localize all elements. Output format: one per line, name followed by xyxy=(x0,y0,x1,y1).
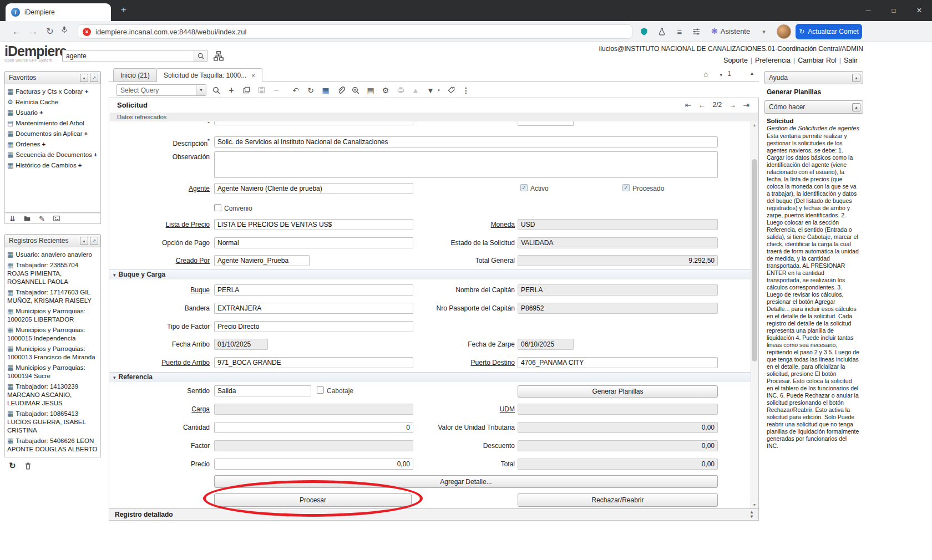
recent-record-item[interactable]: ▦Municipios y Parroquias: 1000194 Sucre xyxy=(7,363,99,381)
more-options-icon[interactable]: ⋮ xyxy=(461,85,471,95)
observacion-textarea[interactable] xyxy=(214,151,718,178)
attachment-icon[interactable] xyxy=(336,85,346,95)
moneda-input[interactable]: USD xyxy=(518,219,718,230)
collapse-tabbox-icon[interactable]: ▴ xyxy=(751,70,753,76)
udm-input[interactable] xyxy=(518,404,718,415)
detail-caret-icon[interactable]: ▾ xyxy=(437,85,441,95)
print-icon[interactable] xyxy=(396,85,406,95)
previous-record-icon[interactable]: ← xyxy=(698,100,706,109)
factor-input[interactable] xyxy=(214,440,413,451)
total-general-input[interactable]: 9.292,50 xyxy=(518,255,718,266)
favorite-item[interactable]: ▤Mantenimiento del Arbol xyxy=(7,118,99,129)
tab-list-caret-icon[interactable]: ▾ xyxy=(720,72,722,78)
detail-expand-icon[interactable]: ▴▾ xyxy=(751,510,753,519)
new-tab-button[interactable]: + xyxy=(118,4,130,16)
sliders-icon[interactable] xyxy=(690,26,702,37)
recent-record-item[interactable]: ▦Trabajador: 5406626 LEON APONTE DOUGLAS… xyxy=(7,436,99,455)
collapse-panel-icon[interactable]: ▴ xyxy=(80,237,88,245)
agregar-detalle-button[interactable]: Agregar Detalle... xyxy=(214,475,718,488)
add-icon[interactable]: + xyxy=(39,109,43,116)
rechazar-reabrir-button[interactable]: Rechazar/Reabrir xyxy=(518,493,718,507)
close-icon[interactable]: × xyxy=(906,0,932,21)
edit-icon[interactable]: ✎ xyxy=(39,215,45,222)
favorite-item[interactable]: ▦Histórico de Cambios+ xyxy=(7,160,99,171)
home-icon[interactable]: ⌂ xyxy=(703,70,708,78)
recent-record-item[interactable]: ▦Trabajador: 17147603 GIL MUÑOZ, KRISMAR… xyxy=(7,287,99,306)
next-record-icon[interactable]: → xyxy=(728,100,736,109)
process-gear-icon[interactable]: ⚙ xyxy=(381,85,391,95)
forward-icon[interactable]: → xyxy=(27,26,40,38)
maximize-icon[interactable]: □ xyxy=(881,0,906,21)
menu-tree-icon[interactable] xyxy=(213,50,224,62)
back-icon[interactable]: ← xyxy=(10,26,23,38)
label-tag-icon[interactable] xyxy=(446,85,456,95)
procesar-button[interactable]: Procesar xyxy=(214,493,412,507)
save-icon[interactable] xyxy=(256,85,266,95)
pasaporte-capitan-input[interactable]: P86952 xyxy=(518,303,718,314)
trash-icon[interactable] xyxy=(24,462,32,470)
bandera-input[interactable]: EXTRANJERA xyxy=(214,303,413,314)
favorite-item[interactable]: ▦Secuencia de Documentos+ xyxy=(7,150,99,160)
fecha-zarpe-input[interactable]: 06/10/2025 xyxy=(518,339,574,350)
image-icon[interactable] xyxy=(53,215,60,222)
descripcion-input[interactable]: Solic. de Servicios al Instituto Naciona… xyxy=(214,136,718,147)
header-link[interactable]: Cambiar Rol xyxy=(798,57,836,64)
scrollbar-thumb[interactable] xyxy=(752,159,757,362)
collapse-panel-icon[interactable]: ▴ xyxy=(852,74,860,82)
section-referencia[interactable]: ▾Referencia xyxy=(109,372,752,382)
opcion-pago-input[interactable]: Normal xyxy=(214,237,413,248)
agente-input[interactable]: Agente Naviero (Cliente de prueba) xyxy=(214,183,413,194)
copy-record-icon[interactable] xyxy=(241,85,251,95)
scroll-up-icon[interactable]: ▲ xyxy=(751,121,758,129)
tab-inicio[interactable]: Inicio (21) xyxy=(113,68,157,82)
precio-input[interactable]: 0,00 xyxy=(214,459,413,470)
convenio-checkbox[interactable] xyxy=(214,204,221,211)
reload-icon[interactable]: ↻ xyxy=(43,26,57,38)
procesado-checkbox[interactable]: ✓ xyxy=(622,184,630,191)
descuento-input[interactable]: 0,00 xyxy=(518,440,718,451)
search-button[interactable] xyxy=(194,50,207,62)
chevron-down-icon[interactable]: ▾ xyxy=(758,26,770,37)
not-secure-icon[interactable]: × xyxy=(83,28,91,36)
minimize-icon[interactable]: ─ xyxy=(855,0,881,21)
recent-record-item[interactable]: ▦Trabajador: 14130239 MARCANO ASCANIO, L… xyxy=(7,381,99,409)
clipped-input[interactable] xyxy=(214,121,413,125)
assistant-button[interactable]: ❋ Asistente xyxy=(711,27,750,35)
buque-input[interactable]: PERLA xyxy=(214,284,413,296)
detail-pane-header[interactable]: Registro detallado ▴▾ xyxy=(109,508,758,520)
valor-unidad-tributaria-input[interactable]: 0,00 xyxy=(518,422,718,433)
tab-close-icon[interactable]: × xyxy=(251,72,255,79)
browser-tab[interactable]: i iDempiere xyxy=(6,3,111,21)
total-input[interactable]: 0,00 xyxy=(518,459,718,470)
recent-record-item[interactable]: ▦Usuario: anaviero anaviero xyxy=(7,250,99,260)
collapse-all-icon[interactable]: ⇊ xyxy=(9,215,16,222)
scroll-down-icon[interactable]: ▼ xyxy=(751,501,758,508)
shield-extension-icon[interactable] xyxy=(638,26,650,37)
combo-caret-icon[interactable]: ▾ xyxy=(196,85,206,95)
recent-record-item[interactable]: ▦Municipios y Parroquias: 1000205 LIBERT… xyxy=(7,306,99,325)
activo-checkbox[interactable]: ✓ xyxy=(520,184,528,191)
search-icon[interactable] xyxy=(211,85,221,95)
parent-record-icon[interactable]: ▲ xyxy=(411,85,421,95)
sentido-input[interactable]: Salida xyxy=(214,385,311,396)
recent-record-item[interactable]: ▦Trabajador: 23855704 ROJAS PIMIENTA, RO… xyxy=(7,260,99,287)
section-buque-y-carga[interactable]: ▾Buque y Carga xyxy=(109,269,752,279)
favorite-item[interactable]: ▦Documentos sin Aplicar+ xyxy=(7,129,99,139)
favorite-item[interactable]: ▦Órdenes+ xyxy=(7,139,99,150)
profile-avatar[interactable] xyxy=(777,24,791,39)
collapse-panel-icon[interactable]: ▴ xyxy=(852,103,860,111)
add-icon[interactable]: + xyxy=(78,162,82,169)
reading-list-icon[interactable]: ≡ xyxy=(673,26,686,37)
cantidad-input[interactable]: 0 xyxy=(214,422,413,433)
add-icon[interactable]: + xyxy=(94,151,98,158)
clipped-input[interactable] xyxy=(518,121,574,126)
new-record-icon[interactable]: + xyxy=(226,85,236,95)
undo-icon[interactable]: ↶ xyxy=(291,85,301,95)
favorite-item[interactable]: ▦Usuario+ xyxy=(7,108,99,118)
tab-solicitud-taquilla[interactable]: Solicitud de Taquilla: 1000... × xyxy=(156,68,262,82)
cabotaje-checkbox[interactable] xyxy=(317,386,324,394)
puerto-arribo-input[interactable]: 971_BOCA GRANDE xyxy=(214,357,413,368)
generar-planillas-button[interactable]: Generar Planillas xyxy=(518,385,718,398)
delete-record-icon[interactable]: − xyxy=(271,85,281,95)
mic-icon[interactable] xyxy=(60,26,73,38)
